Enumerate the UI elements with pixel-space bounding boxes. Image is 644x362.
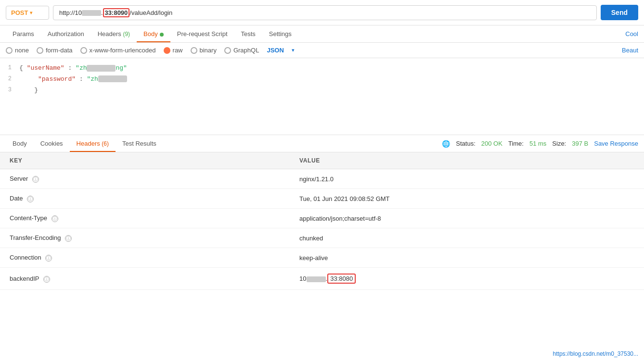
resp-tab-cookies[interactable]: Cookies xyxy=(34,135,70,152)
tab-params[interactable]: Params xyxy=(6,25,41,42)
tab-authorization[interactable]: Authorization xyxy=(41,25,91,42)
code-editor[interactable]: 1 { "userName" : "zh ng" 2 "password" : … xyxy=(0,58,644,135)
code-val-username: "zh xyxy=(76,64,87,72)
method-chevron-icon: ▾ xyxy=(30,10,32,15)
tab-headers[interactable]: Headers (9) xyxy=(91,25,137,42)
status-value: 200 OK xyxy=(481,140,502,147)
code-val-password: "zh xyxy=(87,75,98,83)
radio-raw-icon xyxy=(164,47,170,54)
header-val-server: nginx/1.21.0 xyxy=(290,169,644,189)
body-type-urlencoded-label: x-www-form-urlencoded xyxy=(90,47,156,54)
size-label: Size: xyxy=(552,140,566,147)
resp-tab-body[interactable]: Body xyxy=(6,135,34,152)
tab-prerequest[interactable]: Pre-request Script xyxy=(170,25,234,42)
headers-table-header-row: KEY VALUE xyxy=(0,152,644,169)
code-line-2: 2 "password" : "zh xyxy=(0,74,644,85)
body-type-raw[interactable]: raw xyxy=(164,47,183,54)
line-num-3: 3 xyxy=(0,86,19,95)
code-key-username: "userName" xyxy=(27,64,64,72)
body-type-urlencoded[interactable]: x-www-form-urlencoded xyxy=(80,47,156,54)
globe-icon: 🌐 xyxy=(442,140,450,148)
header-val-backendip: 10 .33:8080 xyxy=(290,268,644,290)
header-key-col: KEY xyxy=(0,152,290,169)
header-row-backendip: backendIP ⓘ 10 .33:8080 xyxy=(0,268,644,290)
cool-button[interactable]: Cool xyxy=(625,30,638,37)
header-key-server: Server ⓘ xyxy=(0,169,290,189)
backendip-info-icon[interactable]: ⓘ xyxy=(43,276,50,283)
header-key-backendip: backendIP ⓘ xyxy=(0,268,290,290)
code-line-1: 1 { "userName" : "zh ng" xyxy=(0,63,644,74)
radio-graphql-icon xyxy=(224,47,231,54)
tab-tests[interactable]: Tests xyxy=(234,25,262,42)
method-label: POST xyxy=(11,9,28,16)
backendip-blurred xyxy=(307,276,326,282)
body-type-formdata-label: form-data xyxy=(46,47,73,54)
code-close-brace: } xyxy=(34,87,38,94)
json-type-select[interactable]: JSON xyxy=(267,47,283,54)
status-label: Status: xyxy=(456,140,475,147)
tab-body[interactable]: Body xyxy=(137,25,170,42)
tab-params-label: Params xyxy=(13,30,34,37)
resp-tab-headers-label: Headers xyxy=(77,140,102,147)
resp-tab-cookies-label: Cookies xyxy=(40,140,63,147)
header-val-date: Tue, 01 Jun 2021 09:08:52 GMT xyxy=(290,189,644,209)
body-type-none[interactable]: none xyxy=(6,47,29,54)
response-section: Body Cookies Headers (6) Test Results 🌐 … xyxy=(0,135,644,290)
method-select[interactable]: POST ▾ xyxy=(6,6,49,20)
content-type-info-icon[interactable]: ⓘ xyxy=(52,215,58,222)
resp-tab-test-results-label: Test Results xyxy=(122,140,156,147)
code-val-password-blurred xyxy=(98,75,127,82)
resp-tab-headers-badge: (6) xyxy=(102,140,109,147)
url-prefix: http://10 xyxy=(59,9,82,16)
code-key-password: "password" xyxy=(38,75,76,83)
url-input[interactable]: http://10 .33:8090/valueAdd/login xyxy=(53,5,597,20)
beautify-button[interactable]: Beaut xyxy=(622,47,638,54)
transfer-encoding-info-icon[interactable]: ⓘ xyxy=(65,235,72,242)
connection-info-icon[interactable]: ⓘ xyxy=(45,255,52,262)
tab-body-label: Body xyxy=(143,30,158,37)
url-port-highlight: 33:8090 xyxy=(103,8,130,17)
tab-settings-label: Settings xyxy=(269,30,292,37)
send-button[interactable]: Send xyxy=(601,5,638,20)
backendip-highlight: 33:8080 xyxy=(327,274,356,284)
header-key-connection: Connection ⓘ xyxy=(0,248,290,268)
header-key-date: Date ⓘ xyxy=(0,189,290,209)
resp-tab-test-results[interactable]: Test Results xyxy=(116,135,163,152)
body-type-raw-label: raw xyxy=(173,47,183,54)
header-row-transfer-encoding: Transfer-Encoding ⓘ chunked xyxy=(0,228,644,248)
body-type-form-data[interactable]: form-data xyxy=(37,47,73,54)
url-suffix: /valueAdd/login xyxy=(129,9,172,16)
response-tab-row: Body Cookies Headers (6) Test Results 🌐 … xyxy=(0,135,644,152)
body-type-binary[interactable]: binary xyxy=(191,47,217,54)
code-line-3: 3 } xyxy=(0,85,644,96)
tab-authorization-label: Authorization xyxy=(48,30,84,37)
date-info-icon[interactable]: ⓘ xyxy=(27,196,34,202)
header-val-content-type: application/json;charset=utf-8 xyxy=(290,209,644,228)
header-row-server: Server ⓘ nginx/1.21.0 xyxy=(0,169,644,189)
time-value: 51 ms xyxy=(529,140,546,147)
resp-tab-body-label: Body xyxy=(13,140,27,147)
header-key-transfer-encoding: Transfer-Encoding ⓘ xyxy=(0,228,290,248)
json-chevron-icon[interactable]: ▾ xyxy=(292,47,295,53)
line-num-1: 1 xyxy=(0,63,19,73)
code-open-brace: { xyxy=(19,64,23,72)
body-type-graphql[interactable]: GraphQL xyxy=(224,47,259,54)
response-headers-table: KEY VALUE Server ⓘ nginx/1.21.0 Date ⓘ T… xyxy=(0,152,644,290)
tab-settings[interactable]: Settings xyxy=(262,25,298,42)
body-type-row: none form-data x-www-form-urlencoded raw… xyxy=(0,43,644,58)
line-num-2: 2 xyxy=(0,75,19,84)
radio-binary-icon xyxy=(191,47,197,54)
radio-formdata-icon xyxy=(37,47,43,54)
resp-tab-headers[interactable]: Headers (6) xyxy=(70,135,116,152)
size-value: 397 B xyxy=(572,140,588,147)
header-key-content-type: Content-Type ⓘ xyxy=(0,209,290,228)
header-value-col: VALUE xyxy=(290,152,644,169)
code-val-username-end: ng" xyxy=(116,64,127,72)
url-bar: POST ▾ http://10 .33:8090/valueAdd/login… xyxy=(0,0,644,25)
tab-tests-label: Tests xyxy=(241,30,256,37)
url-blurred-segment xyxy=(82,10,101,16)
server-info-icon[interactable]: ⓘ xyxy=(32,176,39,183)
tab-headers-label: Headers xyxy=(98,30,123,37)
save-response-button[interactable]: Save Response xyxy=(594,140,638,147)
header-row-connection: Connection ⓘ keep-alive xyxy=(0,248,644,268)
